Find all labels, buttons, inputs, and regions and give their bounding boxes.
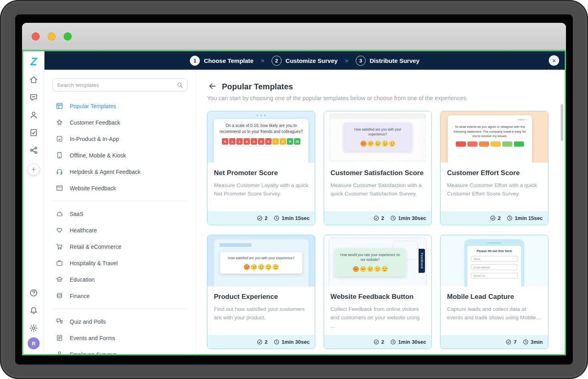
close-icon (552, 58, 557, 63)
card-description: Measure Customer Loyalty with a quick Ne… (214, 181, 308, 198)
nps-option-7: 7 (272, 138, 279, 145)
app-frame: Z + R 1Choose Template»2Customize Survey… (22, 50, 566, 355)
sidebar-item-saas[interactable]: SaaS (52, 206, 187, 222)
back-arrow-icon (207, 82, 216, 91)
emoji-sad (368, 141, 374, 147)
emoji-happy (382, 266, 388, 272)
rail-item-integrations[interactable] (29, 146, 38, 155)
sidebar-item-offline-mobile-kiosk[interactable]: Offline, Mobile & Kiosk (52, 147, 187, 163)
search-input[interactable] (57, 82, 177, 88)
question-count-value: 2 (381, 339, 384, 345)
back-button[interactable] (207, 82, 217, 91)
emoji-smile (266, 264, 272, 270)
nps-option-6: 6 (265, 138, 272, 145)
form-field-email-address: Email Address (471, 264, 518, 270)
duration: 1min 15sec (507, 215, 543, 221)
stepper: 1Choose Template»2Customize Survey»3Dist… (190, 56, 419, 66)
clock-icon (274, 215, 280, 221)
rail-item-help[interactable] (29, 288, 38, 297)
ces-option (456, 141, 466, 147)
stepper-step-distribute-survey[interactable]: 3Distribute Survey (356, 56, 419, 66)
emoji-scale (338, 266, 402, 272)
question-count: 7 (505, 339, 516, 345)
sidebar-item-healthcare[interactable]: Healthcare (52, 222, 187, 238)
add-survey-button[interactable]: + (28, 163, 40, 175)
template-card-customer-satisfaction-score[interactable]: How satisfied are you with your experien… (324, 111, 432, 225)
ces-scale (453, 141, 527, 147)
card-thumbnail: How satisfied are you with your experien… (207, 235, 315, 286)
phone-mock: Please fill out this formNameEmail Addre… (464, 239, 524, 286)
sidebar-item-quiz-and-polls[interactable]: Quiz and Polls (52, 313, 187, 330)
sidebar-item-website-feedback[interactable]: wwwWebsite Feedback (52, 180, 187, 196)
template-card-customer-effort-score[interactable]: Inbox ×To what extend do you agree or di… (440, 111, 548, 225)
question-text: To what extend do you agree or disagree … (453, 125, 527, 139)
duration-value: 1min 30sec (398, 339, 426, 345)
sidebar-item-customer-feedback[interactable]: Customer Feedback (52, 114, 187, 131)
template-card-product-experience[interactable]: How satisfied are you with your experien… (207, 235, 315, 349)
rail-item-contacts[interactable] (29, 111, 38, 119)
emoji-scale (224, 264, 299, 270)
user-avatar[interactable]: R (28, 337, 40, 349)
page-title: Popular Templates (222, 82, 293, 91)
emoji-angry (360, 141, 366, 147)
sidebar-item-label: Education (70, 276, 95, 283)
employee-icon (56, 351, 63, 354)
integrations-icon (29, 146, 38, 155)
rail-item-notifications[interactable] (29, 306, 38, 315)
traffic-light-minimize[interactable] (48, 32, 56, 40)
sidebar-item-in-product-in-app[interactable]: In-Product & In-App (52, 131, 187, 147)
sidebar-item-retail-ecommerce[interactable]: Retail & eCommerce (52, 238, 187, 255)
scrollbar-track[interactable] (560, 103, 564, 351)
question-count: 2 (373, 215, 384, 221)
sidebar-item-label: SaaS (70, 211, 83, 217)
rail-item-settings[interactable] (29, 324, 38, 333)
card-description: Capture leads and collect data at events… (447, 305, 542, 322)
card-description: Measure Customer Effort with a quick Cus… (447, 181, 542, 198)
finance-icon (56, 292, 63, 300)
sidebar-item-education[interactable]: Education (52, 271, 187, 288)
template-card-mobile-lead-capture[interactable]: Please fill out this formNameEmail Addre… (440, 235, 548, 349)
rail-item-survey-tasks[interactable] (29, 128, 38, 137)
duration: 1min 15sec (274, 215, 310, 221)
rail-item-home[interactable] (29, 75, 38, 84)
duration-value: 1min 30sec (398, 215, 426, 221)
events-icon (56, 334, 63, 342)
close-button[interactable] (549, 55, 559, 66)
clock-icon (523, 339, 529, 345)
card-footer: 21min 30sec (207, 335, 315, 349)
duration-value: 3min (531, 339, 543, 345)
card-body: Mobile Lead CaptureCapture leads and col… (441, 286, 548, 335)
scrollbar-thumb[interactable] (561, 104, 563, 141)
sidebar-item-employee-surveys[interactable]: Employee Surveys (52, 346, 187, 354)
survey-preview: On a scale of 0-10, how likely are you t… (214, 119, 308, 163)
question-text: How would you rate your experience on ou… (338, 252, 402, 262)
card-footer: 21min 15sec (441, 211, 548, 225)
travel-icon (56, 259, 63, 267)
page-subtitle: You can start by choosing one of the pop… (207, 95, 547, 101)
card-thumbnail: How satisfied are you with your experien… (324, 111, 431, 163)
rail-item-feedback-chat[interactable] (29, 93, 38, 102)
sidebar-item-popular-templates[interactable]: Popular Templates (52, 98, 187, 114)
card-description: Measure Customer Satisfaction with a qui… (330, 181, 425, 198)
template-card-net-promoter-score[interactable]: On a scale of 0-10, how likely are you t… (207, 111, 315, 225)
question-count: 2 (257, 339, 268, 345)
traffic-light-close[interactable] (32, 32, 40, 40)
ces-option (502, 141, 512, 147)
survey-preview: Inbox ×To what extend do you agree or di… (448, 115, 532, 163)
template-card-website-feedback-button[interactable]: How would you rate your experience on ou… (324, 235, 432, 349)
zonka-logo[interactable]: Z (30, 54, 37, 70)
traffic-light-zoom[interactable] (64, 32, 72, 40)
stepper-step-choose-template[interactable]: 1Choose Template (190, 56, 254, 66)
sidebar-item-finance[interactable]: Finance (52, 288, 187, 304)
card-title: Customer Satisfaction Score (330, 169, 425, 177)
card-thumbnail: On a scale of 0-10, how likely are you t… (207, 111, 315, 163)
sidebar-item-hospitality-travel[interactable]: Hospitality & Travel (52, 255, 187, 271)
card-thumbnail: How would you rate your experience on ou… (324, 235, 431, 286)
sidebar-item-helpdesk-agent-feedback[interactable]: Helpdesk & Agent Feedback (52, 163, 187, 180)
sidebar-item-label: In-Product & In-App (70, 136, 119, 142)
clock-icon (390, 215, 396, 221)
sidebar-item-events-and-forms[interactable]: Events and Forms (52, 330, 187, 346)
cloud-icon (56, 210, 63, 218)
stepper-step-customize-survey[interactable]: 2Customize Survey (272, 56, 338, 66)
sidebar-item-label: Hospitality & Travel (70, 260, 118, 266)
